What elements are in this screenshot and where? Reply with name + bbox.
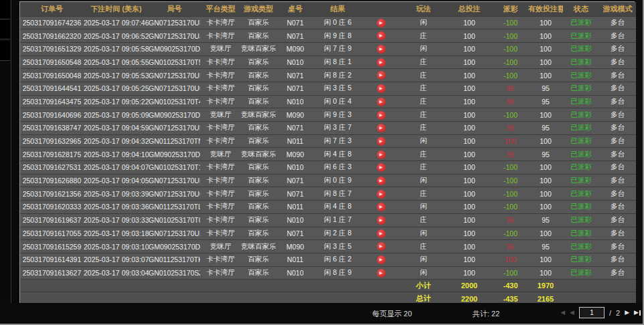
replay-play-icon[interactable]: ▶	[377, 98, 386, 106]
cell-time: 2025-03-17 09:04:05	[84, 174, 149, 187]
cell-mode: 多台	[599, 187, 636, 201]
cell-result: 闲 2 庄 8	[315, 227, 361, 240]
replay-play-icon[interactable]: ▶	[377, 58, 386, 67]
cell-play: 庄	[401, 122, 446, 135]
cell-order: 250317091628175	[20, 148, 84, 161]
replay-play-icon[interactable]: ▶	[377, 137, 386, 146]
cell-bet: 100	[446, 69, 493, 82]
cell-result: 闲 7 庄 3	[315, 134, 361, 148]
cell-valid: 100	[528, 253, 563, 266]
cell-gametype: 百家乐	[241, 122, 276, 135]
cell-valid: 100	[528, 42, 563, 56]
cell-mode: 多台	[599, 174, 636, 187]
cell-platform: 卡卡湾厅	[200, 213, 241, 227]
cell-payout: -100	[493, 42, 528, 56]
last-page-button[interactable]: ▶	[634, 307, 641, 318]
replay-play-icon[interactable]: ▶	[377, 71, 386, 80]
cell-tableno: N071	[276, 187, 315, 201]
cell-bet: 100	[446, 213, 493, 227]
cell-mode: 多台	[599, 42, 636, 56]
cell-play: 闲	[401, 42, 446, 56]
subtotal-end	[563, 280, 636, 292]
cell-valid: 100	[528, 56, 563, 69]
cell-payout: -100	[493, 161, 528, 175]
cell-bet: 100	[446, 253, 493, 266]
cell-payout: -100	[493, 108, 528, 122]
cell-payout: -100	[493, 29, 528, 43]
cell-time: 2025-03-17 09:05:55	[84, 56, 149, 69]
cell-gametype: 百家乐	[241, 174, 276, 187]
cell-status: 已派彩	[563, 16, 599, 29]
cell-bet: 100	[446, 148, 493, 161]
cell-replay: ▶	[361, 227, 401, 240]
cell-payout: 95	[493, 95, 528, 108]
cell-tableno: N011	[276, 134, 315, 148]
bet-records-screen: 订单号下注时间 (美东)局号平台类型游戏类型桌号结果玩法总投注派彩有效投注额状态…	[0, 0, 644, 325]
column-header-time: 下注时间 (美东)	[84, 2, 149, 16]
replay-play-icon[interactable]: ▶	[377, 45, 386, 53]
replay-play-icon[interactable]: ▶	[377, 84, 386, 93]
first-page-button[interactable]: ◀	[560, 307, 565, 318]
table-row: 2503170916434752025-03-17 09:05:22GN0102…	[20, 95, 636, 108]
cell-bet: 100	[446, 95, 493, 108]
cell-tableno: M090	[276, 148, 315, 161]
cell-play: 庄	[401, 82, 446, 95]
cell-order: 250317091674236	[20, 16, 84, 29]
cell-play: 庄	[401, 108, 446, 122]
replay-play-icon[interactable]: ▶	[377, 269, 386, 278]
replay-play-icon[interactable]: ▶	[377, 19, 386, 27]
cell-status: 已派彩	[563, 187, 599, 201]
page-number-input[interactable]	[579, 307, 605, 318]
cell-gametype: 百家乐	[241, 56, 276, 69]
cell-order: 250317091615259	[20, 240, 84, 253]
cell-platform: 卡卡湾厅	[200, 253, 241, 266]
replay-play-icon[interactable]: ▶	[377, 190, 386, 199]
cell-result: 闲 7 庄 9	[315, 42, 361, 56]
total-count-label: 共计: 22	[473, 309, 499, 319]
cell-payout: -100	[493, 56, 528, 69]
cell-tableno: N071	[276, 16, 315, 29]
replay-play-icon[interactable]: ▶	[377, 124, 386, 132]
cell-payout: -100	[493, 187, 528, 201]
replay-play-icon[interactable]: ▶	[377, 242, 386, 251]
cell-time: 2025-03-17 09:03:04	[84, 266, 149, 280]
replay-play-icon[interactable]: ▶	[377, 31, 386, 40]
replay-play-icon[interactable]: ▶	[377, 163, 386, 172]
cell-replay: ▶	[361, 174, 401, 187]
cell-time: 2025-03-17 09:04:59	[84, 122, 149, 135]
cell-platform: 卡卡湾厅	[200, 16, 241, 29]
subtotal-label: 小计	[401, 280, 446, 292]
cell-payout: 95	[493, 82, 528, 95]
cell-order: 250317091662320	[20, 29, 84, 43]
bet-records-table: 订单号下注时间 (美东)局号平台类型游戏类型桌号结果玩法总投注派彩有效投注额状态…	[19, 1, 635, 303]
replay-play-icon[interactable]: ▶	[377, 203, 386, 211]
cell-play: 庄	[401, 69, 446, 82]
cell-replay: ▶	[361, 240, 401, 253]
cell-platform: 竞咪厅	[200, 148, 241, 161]
subtotal-pad	[20, 280, 401, 292]
cell-tableno: N071	[276, 227, 315, 240]
cell-valid: 100	[528, 16, 563, 29]
cell-time: 2025-03-17 09:05:09	[84, 108, 149, 122]
replay-play-icon[interactable]: ▶	[377, 255, 386, 264]
cell-order: 250317091619637	[20, 213, 84, 227]
cell-result: 闲 0 庄 6	[315, 16, 361, 29]
cell-round: GN071253170UC	[149, 187, 200, 201]
replay-play-icon[interactable]: ▶	[377, 229, 386, 238]
cell-bet: 100	[446, 134, 493, 148]
replay-play-icon[interactable]: ▶	[377, 216, 386, 225]
cell-replay: ▶	[361, 253, 401, 266]
cell-payout: 95	[493, 148, 528, 161]
cell-platform: 卡卡湾厅	[200, 82, 241, 95]
next-page-button[interactable]: ▶	[625, 307, 629, 318]
cell-status: 已派彩	[563, 56, 599, 69]
cell-status: 已派彩	[563, 82, 599, 95]
replay-play-icon[interactable]: ▶	[377, 111, 386, 120]
cell-gametype: 百家乐	[241, 213, 276, 227]
prev-page-button[interactable]: ◀	[570, 307, 574, 318]
cell-order: 250317091651329	[20, 42, 84, 56]
cell-play: 闲	[401, 134, 446, 148]
replay-play-icon[interactable]: ▶	[377, 150, 386, 159]
replay-play-icon[interactable]: ▶	[377, 177, 386, 185]
cell-play: 庄	[401, 161, 446, 175]
